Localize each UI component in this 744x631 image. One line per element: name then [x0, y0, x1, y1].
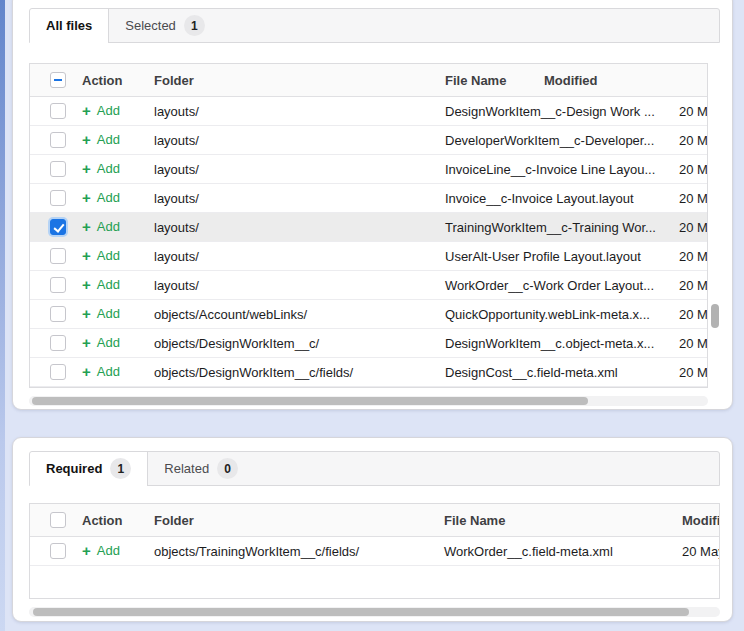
folder-cell: layouts/: [146, 133, 437, 148]
table-row[interactable]: + Add objects/Account/webLinks/ QuickOpp…: [30, 300, 707, 329]
row-checkbox-cell: [30, 132, 74, 149]
table-row[interactable]: + Add objects/TrainingWorkItem__c/fields…: [30, 537, 719, 566]
tab-all-files[interactable]: All files: [30, 9, 109, 42]
table-row[interactable]: + Add objects/DesignWorkItem__c/fields/ …: [30, 358, 707, 387]
action-cell: + Add: [74, 219, 146, 235]
folder-cell: layouts/: [146, 278, 437, 293]
select-all-checkbox[interactable]: [50, 512, 66, 528]
horizontal-scrollbar-thumb[interactable]: [32, 397, 588, 405]
tab-related[interactable]: Related 0: [148, 452, 254, 485]
vertical-scrollbar-thumb[interactable]: [711, 304, 719, 328]
select-all-checkbox[interactable]: [50, 72, 66, 88]
header-checkbox-cell: [30, 72, 74, 89]
file-name-cell: InvoiceLine__c-Invoice Line Layou...: [437, 162, 671, 177]
modified-cell: 20 M: [671, 365, 707, 380]
file-name-cell: QuickOpportunity.webLink-meta.x...: [437, 307, 671, 322]
table-row[interactable]: + Add layouts/ DeveloperWorkItem__c-Deve…: [30, 126, 707, 155]
add-action[interactable]: + Add: [82, 103, 120, 118]
row-checkbox[interactable]: [50, 103, 66, 119]
table-row[interactable]: + Add objects/DesignWorkItem__c/ DesignW…: [30, 329, 707, 358]
all-files-table: Action Folder File Name Modified: [29, 63, 720, 408]
modified-cell: 20 M: [671, 133, 707, 148]
row-checkbox[interactable]: [50, 306, 66, 322]
row-checkbox[interactable]: [50, 190, 66, 206]
horizontal-scrollbar[interactable]: [29, 396, 708, 406]
row-checkbox-cell: [30, 364, 74, 381]
add-action[interactable]: + Add: [82, 277, 120, 292]
table-row[interactable]: + Add layouts/ DesignWorkItem__c-Design …: [30, 97, 707, 126]
add-action[interactable]: + Add: [82, 161, 120, 176]
row-checkbox[interactable]: [50, 132, 66, 148]
window-edge-strip: [0, 0, 5, 631]
add-action-label: Add: [97, 161, 120, 176]
modified-cell: 20 May: [674, 544, 719, 559]
add-action[interactable]: + Add: [82, 132, 120, 147]
row-checkbox[interactable]: [50, 219, 66, 235]
action-cell: + Add: [74, 364, 146, 380]
add-action-label: Add: [97, 132, 120, 147]
folder-cell: objects/Account/webLinks/: [146, 307, 437, 322]
horizontal-scrollbar-thumb[interactable]: [33, 608, 689, 616]
plus-icon: +: [82, 306, 91, 321]
add-action[interactable]: + Add: [82, 364, 120, 379]
tab-all-files-label: All files: [46, 18, 92, 33]
header-checkbox-cell: [30, 512, 74, 529]
required-panel: Required 1 Related 0 Action Folder File …: [12, 437, 733, 622]
folder-cell: objects/DesignWorkItem__c/: [146, 336, 437, 351]
add-action-label: Add: [97, 248, 120, 263]
row-checkbox[interactable]: [50, 161, 66, 177]
vertical-scrollbar[interactable]: [711, 64, 719, 386]
plus-icon: +: [82, 335, 91, 350]
table-row[interactable]: + Add layouts/ WorkOrder__c-Work Order L…: [30, 271, 707, 300]
row-checkbox-cell: [30, 543, 74, 560]
table-row[interactable]: + Add layouts/ UserAlt-User Profile Layo…: [30, 242, 707, 271]
tab-required[interactable]: Required 1: [30, 452, 148, 485]
add-action[interactable]: + Add: [82, 306, 120, 321]
action-cell: + Add: [74, 335, 146, 351]
required-count-badge: 1: [110, 458, 131, 479]
folder-cell: objects/TrainingWorkItem__c/fields/: [146, 544, 436, 559]
plus-icon: +: [82, 190, 91, 205]
add-action[interactable]: + Add: [82, 190, 120, 205]
add-action-label: Add: [97, 543, 120, 558]
file-deploy-page: All files Selected 1 Action Folder File …: [0, 0, 744, 631]
row-checkbox-cell: [30, 248, 74, 265]
add-action[interactable]: + Add: [82, 248, 120, 263]
table-row[interactable]: + Add layouts/ Invoice__c-Invoice Layout…: [30, 184, 707, 213]
modified-cell: 20 M: [671, 307, 707, 322]
add-action[interactable]: + Add: [82, 219, 120, 234]
plus-icon: +: [82, 277, 91, 292]
folder-cell: layouts/: [146, 249, 437, 264]
tab-selected[interactable]: Selected 1: [109, 9, 221, 42]
row-checkbox-cell: [30, 190, 74, 207]
plus-icon: +: [82, 364, 91, 379]
horizontal-scrollbar[interactable]: [29, 607, 720, 617]
plus-icon: +: [82, 161, 91, 176]
header-action: Action: [74, 513, 146, 528]
table-row[interactable]: + Add layouts/ InvoiceLine__c-Invoice Li…: [30, 155, 707, 184]
row-checkbox[interactable]: [50, 543, 66, 559]
row-checkbox[interactable]: [50, 277, 66, 293]
row-checkbox[interactable]: [50, 248, 66, 264]
all-files-table-box: Action Folder File Name Modified: [29, 63, 708, 388]
table-header-row: Action Folder File Name Modified: [30, 64, 707, 97]
file-name-cell: WorkOrder__c.field-meta.xml: [436, 544, 674, 559]
table-row[interactable]: + Add layouts/ TrainingWorkItem__c-Train…: [30, 213, 707, 242]
add-action[interactable]: + Add: [82, 335, 120, 350]
add-action-label: Add: [97, 219, 120, 234]
plus-icon: +: [82, 248, 91, 263]
plus-icon: +: [82, 103, 91, 118]
modified-cell: 20 M: [671, 220, 707, 235]
folder-cell: layouts/: [146, 104, 437, 119]
action-cell: + Add: [74, 248, 146, 264]
selected-count-badge: 1: [184, 15, 205, 36]
row-checkbox-cell: [30, 335, 74, 352]
add-action[interactable]: + Add: [82, 543, 120, 558]
tab-related-label: Related: [164, 461, 209, 476]
file-name-cell: WorkOrder__c-Work Order Layout...: [437, 278, 671, 293]
header-modified: Modified: [536, 73, 707, 88]
action-cell: + Add: [74, 543, 146, 559]
required-row-list: + Add objects/TrainingWorkItem__c/fields…: [30, 537, 719, 566]
row-checkbox[interactable]: [50, 364, 66, 380]
row-checkbox[interactable]: [50, 335, 66, 351]
